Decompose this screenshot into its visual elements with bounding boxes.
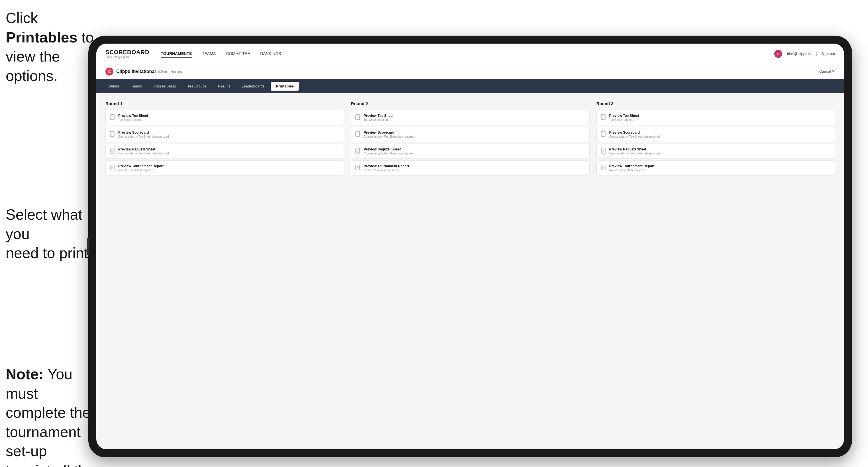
r1-scorecard-card[interactable]: Preview Scorecard Course setup + Tee She…: [105, 127, 344, 142]
r2-tournament-report-text: Preview Tournament Report Round Completi…: [364, 164, 585, 172]
r3-tournament-report-card[interactable]: Preview Tournament Report Round Completi…: [596, 160, 835, 176]
top-nav-links: TOURNAMENTS TEAMS COMMITTEE RANKINGS: [161, 50, 774, 58]
document-icon: [110, 148, 116, 154]
document-icon: [355, 114, 361, 121]
tournament-status: Hosting: [170, 69, 182, 73]
round-3-column: Round 3 Preview Tee Sheet: [596, 101, 835, 176]
app-container: SCOREBOARD Powered by clippd TOURNAMENTS…: [96, 43, 844, 449]
tablet-device: SCOREBOARD Powered by clippd TOURNAMENTS…: [88, 36, 852, 457]
nav-committee[interactable]: COMMITTEE: [226, 50, 250, 58]
r2-tournament-report-title: Preview Tournament Report: [364, 164, 585, 168]
brand-sub: Powered by clippd: [105, 56, 149, 59]
r1-raguzzi-title: Preview Raguzzi Sheet: [118, 147, 340, 151]
round-3-cards: Preview Tee Sheet Tee Sheet required: [596, 110, 835, 176]
nav-rankings[interactable]: RANKINGS: [260, 50, 281, 58]
document-icon: [601, 148, 607, 154]
r3-raguzzi-title: Preview Raguzzi Sheet: [609, 147, 831, 151]
r2-scorecard-card[interactable]: Preview Scorecard Course setup + Tee She…: [351, 127, 589, 142]
r2-scorecard-subtitle: Course setup + Tee Sheet data required: [364, 135, 585, 138]
round-1-column: Round 1 Preview Tee Sheet: [105, 101, 344, 176]
document-icon: [601, 131, 607, 137]
r2-tournament-report-subtitle: Round Completion required: [364, 169, 585, 172]
r2-raguzzi-subtitle: Course setup + Tee Sheet data required: [364, 152, 585, 155]
user-avatar: B: [774, 50, 782, 58]
r3-tournament-report-text: Preview Tournament Report Round Completi…: [609, 164, 831, 172]
note-bold: Note:: [6, 366, 43, 382]
tablet-side-button: [87, 238, 89, 255]
r3-tee-sheet-text: Preview Tee Sheet Tee Sheet required: [609, 114, 831, 121]
user-email: blair@clippd.io: [787, 52, 811, 56]
document-icon: [601, 165, 607, 171]
r3-raguzzi-text: Preview Raguzzi Sheet Course setup + Tee…: [609, 147, 831, 155]
document-icon: [355, 131, 361, 137]
brand-title: SCOREBOARD: [105, 49, 149, 56]
r1-scorecard-text: Preview Scorecard Course setup + Tee She…: [118, 130, 340, 138]
nav-tournaments[interactable]: TOURNAMENTS: [161, 50, 192, 58]
document-icon: [110, 131, 116, 137]
nav-teams[interactable]: TEAMS: [202, 50, 216, 58]
document-icon: [355, 165, 361, 171]
r3-scorecard-card[interactable]: Preview Scorecard Course setup + Tee She…: [596, 127, 835, 142]
tournament-header: C Clippd Invitational (Men) Hosting Canc…: [96, 64, 844, 79]
r2-tee-sheet-subtitle: Tee Sheet required: [364, 118, 585, 121]
r1-raguzzi-text: Preview Raguzzi Sheet Course setup + Tee…: [118, 147, 340, 155]
r2-raguzzi-card[interactable]: Preview Raguzzi Sheet Course setup + Tee…: [351, 144, 589, 159]
round-3-title: Round 3: [596, 101, 835, 106]
r1-tournament-report-card[interactable]: Preview Tournament Report Round Completi…: [105, 160, 344, 176]
r2-tee-sheet-card[interactable]: Preview Tee Sheet Tee Sheet required: [351, 110, 589, 125]
r1-scorecard-subtitle: Course setup + Tee Sheet data required: [118, 135, 340, 138]
r2-raguzzi-title: Preview Raguzzi Sheet: [364, 147, 585, 151]
tab-bar: Details Teams Course Setup Tee Groups Re…: [96, 79, 844, 93]
sign-out-link[interactable]: Sign out: [821, 52, 835, 56]
tab-printables[interactable]: Printables: [271, 82, 299, 91]
document-icon: [355, 148, 361, 154]
r3-tournament-report-title: Preview Tournament Report: [609, 164, 831, 168]
r2-tee-sheet-title: Preview Tee Sheet: [364, 114, 585, 118]
r3-tee-sheet-title: Preview Tee Sheet: [609, 114, 831, 118]
document-icon: [110, 165, 116, 171]
r1-tee-sheet-text: Preview Tee Sheet Tee Sheet required: [118, 114, 340, 121]
instruction-top: Click Printables toview the options.: [6, 8, 102, 86]
r1-raguzzi-card[interactable]: Preview Raguzzi Sheet Course setup + Tee…: [105, 144, 344, 159]
tab-course-setup[interactable]: Course Setup: [148, 82, 181, 91]
r1-tournament-report-text: Preview Tournament Report Round Completi…: [118, 164, 340, 172]
r3-raguzzi-subtitle: Course setup + Tee Sheet data required: [609, 152, 831, 155]
round-2-cards: Preview Tee Sheet Tee Sheet required: [351, 110, 589, 176]
tab-tee-groups[interactable]: Tee Groups: [182, 82, 212, 91]
printables-bold: Printables: [6, 29, 77, 45]
r3-scorecard-title: Preview Scorecard: [609, 130, 831, 134]
round-2-column: Round 2 Preview Tee Sheet: [351, 101, 589, 176]
r2-tee-sheet-text: Preview Tee Sheet Tee Sheet required: [364, 114, 585, 121]
top-nav: SCOREBOARD Powered by clippd TOURNAMENTS…: [96, 43, 844, 64]
rounds-container: Round 1 Preview Tee Sheet: [105, 101, 835, 176]
document-icon: [601, 114, 607, 121]
r3-raguzzi-card[interactable]: Preview Raguzzi Sheet Course setup + Tee…: [596, 144, 835, 159]
document-icon: [110, 114, 116, 121]
r3-scorecard-text: Preview Scorecard Course setup + Tee She…: [609, 130, 831, 138]
tab-details[interactable]: Details: [103, 82, 125, 91]
tab-results[interactable]: Results: [213, 82, 236, 91]
r3-tee-sheet-subtitle: Tee Sheet required: [609, 118, 831, 121]
round-1-title: Round 1: [105, 101, 344, 106]
r1-tee-sheet-card[interactable]: Preview Tee Sheet Tee Sheet required: [105, 110, 344, 125]
top-nav-right: B blair@clippd.io | Sign out: [774, 50, 835, 58]
tab-leaderboards[interactable]: Leaderboards: [237, 82, 270, 91]
instruction-bottom: Note: You mustcomplete thetournament set…: [6, 365, 102, 467]
r2-scorecard-title: Preview Scorecard: [364, 130, 585, 134]
tablet-screen: SCOREBOARD Powered by clippd TOURNAMENTS…: [96, 43, 844, 449]
brand: SCOREBOARD Powered by clippd: [105, 49, 149, 59]
r3-tee-sheet-card[interactable]: Preview Tee Sheet Tee Sheet required: [596, 110, 835, 125]
cancel-button[interactable]: Cancel ✕: [819, 69, 835, 73]
separator: |: [816, 52, 817, 56]
r2-raguzzi-text: Preview Raguzzi Sheet Course setup + Tee…: [364, 147, 585, 155]
r2-tournament-report-card[interactable]: Preview Tournament Report Round Completi…: [351, 160, 589, 176]
r1-scorecard-title: Preview Scorecard: [118, 130, 340, 134]
r3-scorecard-subtitle: Course setup + Tee Sheet data required: [609, 135, 831, 138]
tournament-name: Clippd Invitational: [116, 69, 156, 74]
r3-tournament-report-subtitle: Round Completion required: [609, 169, 831, 172]
round-1-cards: Preview Tee Sheet Tee Sheet required: [105, 110, 344, 176]
round-2-title: Round 2: [351, 101, 589, 106]
r1-raguzzi-subtitle: Course setup + Tee Sheet data required: [118, 152, 340, 155]
tab-teams[interactable]: Teams: [126, 82, 147, 91]
tournament-logo: C: [105, 67, 114, 75]
